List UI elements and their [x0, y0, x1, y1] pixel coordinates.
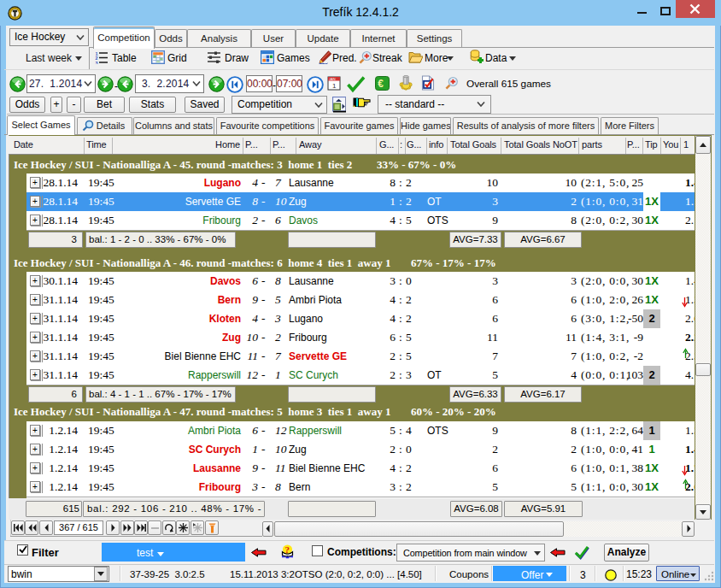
svg-text:1: 1 — [332, 82, 337, 90]
svg-text:?: ? — [285, 544, 290, 555]
svg-text:€: € — [378, 78, 384, 90]
svg-text:JAN: JAN — [329, 77, 336, 81]
svg-text:3: 3 — [96, 61, 98, 65]
